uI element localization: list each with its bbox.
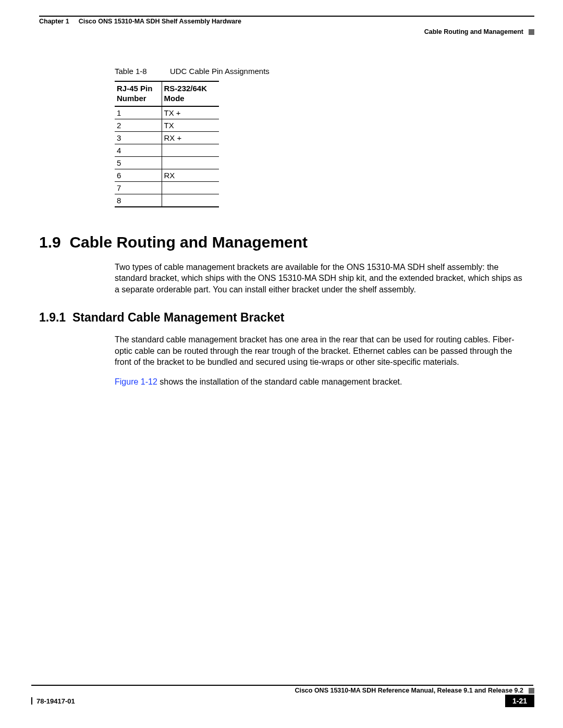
pin-assignments-table: RJ-45 Pin Number RS-232/64K Mode 1TX + 2… <box>115 81 219 207</box>
header-marker-icon <box>529 29 534 35</box>
section-heading: 1.9 Cable Routing and Management <box>39 233 534 251</box>
cell-pin: 4 <box>115 144 162 156</box>
cell-pin: 3 <box>115 131 162 144</box>
subsection-heading: 1.9.1 Standard Cable Management Bracket <box>39 311 534 325</box>
body-paragraph: Two types of cable management brackets a… <box>115 262 529 295</box>
section-title: Cable Routing and Management <box>69 233 308 251</box>
subsection-number: 1.9.1 <box>39 311 66 324</box>
table-row: 8 <box>115 194 219 207</box>
footer-manual-title: Cisco ONS 15310-MA SDH Reference Manual,… <box>295 687 523 694</box>
subsection-title: Standard Cable Management Bracket <box>72 311 284 324</box>
chapter-title: Cisco ONS 15310-MA SDH Shelf Assembly Ha… <box>79 18 241 25</box>
page-number: 1-21 <box>512 697 527 705</box>
th-col1-line2: Number <box>117 94 146 103</box>
chapter-label: Chapter 1 <box>39 18 69 25</box>
footer-rule <box>31 685 533 686</box>
table-header-col1: RJ-45 Pin Number <box>115 81 162 106</box>
cell-mode <box>162 181 219 194</box>
table-row: 3RX + <box>115 131 219 144</box>
table-row: 4 <box>115 144 219 156</box>
header-section-label: Cable Routing and Management <box>424 28 523 35</box>
cell-mode: RX + <box>162 131 219 144</box>
cell-pin: 2 <box>115 119 162 131</box>
cell-mode: RX <box>162 169 219 181</box>
footer-bar-icon <box>31 697 32 705</box>
th-col2-line2: Mode <box>164 94 185 103</box>
table-row: 1TX + <box>115 106 219 119</box>
cell-pin: 6 <box>115 169 162 181</box>
page-number-box: 1-21 <box>505 695 534 707</box>
table-row: 7 <box>115 181 219 194</box>
cell-mode <box>162 194 219 207</box>
body-text: shows the installation of the standard c… <box>157 377 402 386</box>
cell-mode: TX + <box>162 106 219 119</box>
page-footer: Cisco ONS 15310-MA SDH Reference Manual,… <box>31 685 534 707</box>
header-rule <box>39 16 534 17</box>
table-header-col2: RS-232/64K Mode <box>162 81 219 106</box>
cell-mode <box>162 156 219 169</box>
footer-marker-icon <box>529 688 534 694</box>
cell-mode <box>162 144 219 156</box>
cell-pin: 1 <box>115 106 162 119</box>
page-header: Chapter 1 Cisco ONS 15310-MA SDH Shelf A… <box>31 16 534 35</box>
body-paragraph: The standard cable management bracket ha… <box>115 334 529 368</box>
table-row: 6RX <box>115 169 219 181</box>
th-col2-line1: RS-232/64K <box>164 84 207 93</box>
th-col1-line1: RJ-45 Pin <box>117 84 152 93</box>
body-paragraph: Figure 1-12 shows the installation of th… <box>115 376 529 388</box>
cell-pin: 7 <box>115 181 162 194</box>
footer-doc-number: 78-19417-01 <box>36 697 75 705</box>
cell-pin: 5 <box>115 156 162 169</box>
table-row: 5 <box>115 156 219 169</box>
cell-pin: 8 <box>115 194 162 207</box>
section-number: 1.9 <box>39 233 61 251</box>
table-row: 2TX <box>115 119 219 131</box>
cell-mode: TX <box>162 119 219 131</box>
figure-reference-link[interactable]: Figure 1-12 <box>115 377 157 386</box>
table-caption-title: UDC Cable Pin Assignments <box>170 67 270 76</box>
table-caption: Table 1-8 UDC Cable Pin Assignments <box>115 67 534 76</box>
table-caption-label: Table 1-8 <box>115 67 147 76</box>
